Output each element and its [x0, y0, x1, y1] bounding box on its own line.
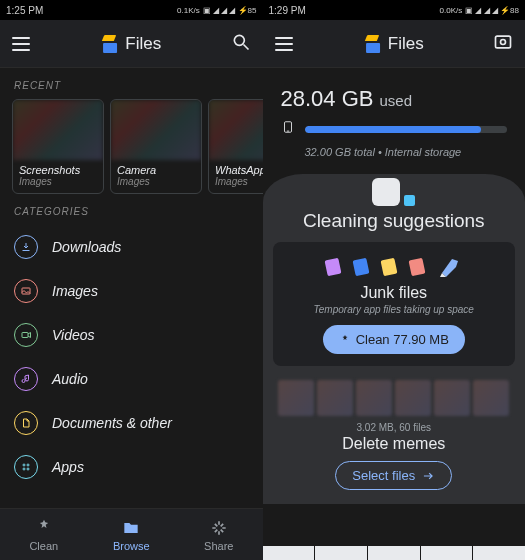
apps-icon [14, 455, 38, 479]
document-icon [14, 411, 38, 435]
bottom-nav: Clean Browse Share [0, 508, 263, 560]
broom-icon [438, 255, 462, 279]
junk-title: Junk files [283, 284, 506, 302]
garland-icon [283, 252, 506, 282]
svg-point-4 [23, 464, 25, 466]
nav-share[interactable]: Share [175, 509, 263, 560]
memes-title: Delete memes [263, 435, 526, 453]
nav-clean[interactable]: Clean [0, 509, 88, 560]
memes-meta: 3.02 MB, 60 files [263, 422, 526, 433]
cleaning-heading: Cleaning suggestions [263, 210, 526, 232]
storage-used-value: 28.04 GB [281, 86, 374, 112]
phone-icon [281, 118, 295, 140]
arrow-right-icon [421, 469, 435, 483]
memes-thumbnails[interactable] [263, 380, 526, 416]
svg-point-7 [27, 468, 29, 470]
menu-icon[interactable] [275, 37, 293, 51]
svg-point-9 [501, 39, 506, 44]
svg-point-5 [27, 464, 29, 466]
status-bar: 1:25 PM 0.1K/s▣ ◢ ◢ ◢ ⚡85 [0, 0, 263, 20]
screen-browse: 1:25 PM 0.1K/s▣ ◢ ◢ ◢ ⚡85 Files RECENT S… [0, 0, 263, 560]
category-videos[interactable]: Videos [14, 313, 249, 357]
select-files-button[interactable]: Select files [335, 461, 452, 490]
bottom-peek [263, 546, 526, 560]
status-bar: 1:29 PM 0.0K/s▣ ◢ ◢ ◢ ⚡88 [263, 0, 526, 20]
svg-line-1 [243, 44, 248, 49]
clean-button[interactable]: Clean 77.90 MB [323, 325, 465, 354]
image-icon [14, 279, 38, 303]
category-audio[interactable]: Audio [14, 357, 249, 401]
svg-point-0 [234, 35, 244, 45]
nav-browse[interactable]: Browse [88, 509, 176, 560]
thumbnail [209, 100, 263, 160]
video-icon [14, 323, 38, 347]
junk-files-card[interactable]: Junk files Temporary app files taking up… [273, 242, 516, 366]
storage-summary[interactable]: 28.04 GB used 32.00 GB total • Internal … [263, 68, 526, 170]
svg-point-6 [23, 468, 25, 470]
mascot-icon [263, 178, 526, 206]
app-title: Files [125, 34, 161, 54]
recent-label: RECENT [14, 80, 263, 91]
storage-bar [305, 126, 508, 133]
svg-rect-8 [496, 36, 511, 48]
download-icon [14, 235, 38, 259]
svg-rect-3 [22, 333, 28, 338]
category-images[interactable]: Images [14, 269, 249, 313]
status-time: 1:29 PM [269, 5, 306, 16]
storage-subline: 32.00 GB total • Internal storage [305, 146, 508, 158]
app-logo-icon [101, 35, 119, 53]
screen-clean: 1:29 PM 0.0K/s▣ ◢ ◢ ◢ ⚡88 Files 28.04 GB… [263, 0, 526, 560]
menu-icon[interactable] [12, 37, 30, 51]
recent-row[interactable]: ScreenshotsImages CameraImages WhatsAppI… [0, 99, 263, 194]
cast-icon[interactable] [493, 32, 513, 56]
recent-card[interactable]: WhatsAppImages [208, 99, 263, 194]
thumbnail [111, 100, 201, 160]
recent-card[interactable]: CameraImages [110, 99, 202, 194]
junk-subtitle: Temporary app files taking up space [283, 304, 506, 315]
recent-card[interactable]: ScreenshotsImages [12, 99, 104, 194]
category-documents[interactable]: Documents & other [14, 401, 249, 445]
audio-icon [14, 367, 38, 391]
app-bar: Files [0, 20, 263, 68]
category-apps[interactable]: Apps [14, 445, 249, 489]
categories-label: CATEGORIES [14, 206, 263, 217]
search-icon[interactable] [231, 32, 251, 56]
status-time: 1:25 PM [6, 5, 43, 16]
app-title: Files [388, 34, 424, 54]
app-logo-icon [364, 35, 382, 53]
app-bar: Files [263, 20, 526, 68]
sparkle-icon [339, 334, 351, 346]
thumbnail [13, 100, 103, 160]
category-downloads[interactable]: Downloads [14, 225, 249, 269]
